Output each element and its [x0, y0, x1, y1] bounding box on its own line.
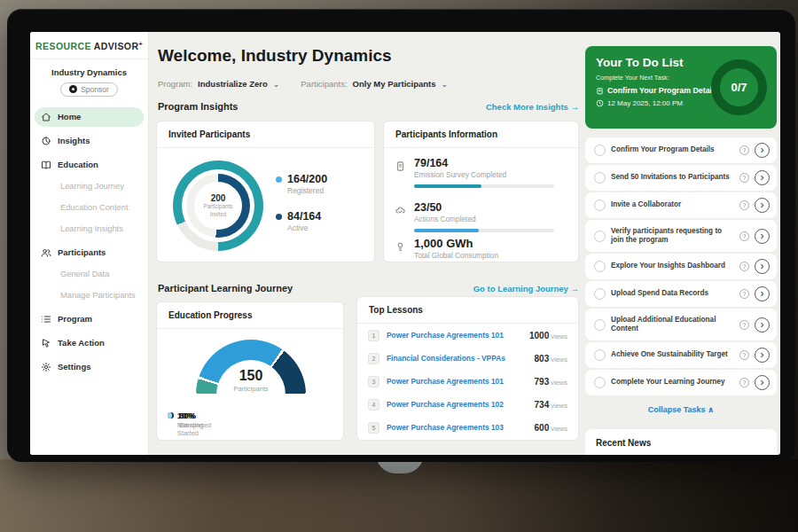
- chevron-right-button[interactable]: ›: [755, 348, 770, 363]
- task-row[interactable]: Invite a Collaborator ? ›: [585, 192, 777, 218]
- sidebar-item-manage-participants[interactable]: Manage Participants: [35, 288, 144, 303]
- task-label: Upload Additional Educational Content: [611, 316, 734, 334]
- program-filter-value[interactable]: Industrialize Zero: [198, 79, 268, 89]
- help-icon[interactable]: ?: [739, 200, 749, 210]
- lesson-link[interactable]: Power Purchase Agreements 103: [387, 423, 528, 432]
- participants-filter-value[interactable]: Only My Participants: [353, 79, 436, 89]
- lesson-row: 4 Power Purchase Agreements 102 734views: [357, 393, 578, 416]
- chevron-right-button[interactable]: ›: [755, 198, 770, 213]
- task-row[interactable]: Verify participants requesting to join t…: [585, 220, 777, 252]
- clock-icon: [596, 99, 604, 107]
- participants-icon: [41, 247, 51, 258]
- views-label: views: [551, 379, 567, 387]
- help-icon[interactable]: ?: [739, 173, 749, 183]
- chevron-right-button[interactable]: ›: [755, 229, 770, 244]
- sponsor-badge: Sponsor: [60, 82, 118, 97]
- filters-row: Program: Industrialize Zero ⌄ Participan…: [158, 79, 464, 89]
- sidebar-item-program[interactable]: Program: [35, 309, 144, 329]
- chevron-right-button[interactable]: ›: [755, 259, 770, 274]
- sidebar-item-label: Program: [58, 314, 92, 324]
- recent-news-title: Recent News: [596, 438, 651, 448]
- task-checkbox[interactable]: [594, 200, 606, 211]
- chevron-right-button[interactable]: ›: [755, 317, 770, 332]
- sidebar-item-take-action[interactable]: Take Action: [35, 333, 144, 353]
- gear-icon: [41, 362, 51, 372]
- chevron-down-icon[interactable]: ⌄: [442, 80, 449, 89]
- go-to-learning-journey-link[interactable]: Go to Learning Journey →: [473, 284, 579, 293]
- task-checkbox[interactable]: [594, 172, 606, 184]
- sidebar-item-general-data[interactable]: General Data: [35, 267, 144, 282]
- task-row[interactable]: Send 50 Invitations to Participants ? ›: [585, 165, 777, 191]
- chevron-down-icon[interactable]: ⌄: [273, 80, 280, 89]
- todo-panel: Your To Do List Complete Your Next Task:…: [585, 46, 777, 129]
- help-icon[interactable]: ?: [739, 231, 749, 241]
- lesson-link[interactable]: Financial Considerations - VPPAs: [387, 354, 528, 363]
- lesson-link[interactable]: Power Purchase Agreements 102: [387, 400, 528, 409]
- logo-text-resource: RESOURCE: [35, 41, 91, 51]
- task-checkbox[interactable]: [594, 261, 606, 272]
- stat-total-consumption: 1,000 GWh Total Global Consumption: [395, 237, 498, 260]
- task-row[interactable]: Complete Your Learning Journey ? ›: [585, 370, 777, 395]
- help-icon[interactable]: ?: [739, 320, 749, 330]
- photo-of-monitor: RESOURCE ADVISOR+ Industry Dynamics Spon…: [0, 0, 798, 532]
- stat-value: 1,000 GWh: [414, 237, 498, 250]
- lesson-row: 3 Power Purchase Agreements 101 793views: [357, 370, 578, 393]
- lesson-row: 1 Power Purchase Agreements 101 1000view…: [357, 324, 578, 347]
- home-icon: [41, 112, 51, 122]
- task-row[interactable]: Upload Additional Educational Content ? …: [585, 309, 777, 340]
- task-checkbox[interactable]: [594, 377, 606, 388]
- arrow-right-icon: →: [571, 284, 580, 293]
- sidebar-item-participants[interactable]: Participants: [35, 243, 144, 262]
- chevron-right-button[interactable]: ›: [755, 143, 770, 158]
- participants-filter-label: Participants:: [301, 79, 347, 89]
- sidebar-item-learning-insights[interactable]: Learning Insights: [35, 222, 144, 237]
- legend-item-registered: 164/200 Registered: [276, 173, 327, 195]
- help-icon[interactable]: ?: [739, 378, 749, 387]
- survey-icon: [395, 160, 406, 172]
- help-icon[interactable]: ?: [739, 350, 749, 360]
- check-more-insights-link[interactable]: Check More Insights →: [486, 102, 579, 112]
- sidebar-item-learning-journey[interactable]: Learning Journey: [35, 179, 144, 194]
- rank-badge: 1: [368, 330, 379, 341]
- organization-name: Industry Dynamics: [30, 67, 148, 77]
- chevron-right-button[interactable]: ›: [755, 375, 770, 390]
- card-title: Education Progress: [157, 302, 343, 329]
- task-label: Verify participants requesting to join t…: [611, 227, 734, 246]
- help-icon[interactable]: ?: [739, 145, 749, 155]
- lesson-link[interactable]: Power Purchase Agreements 101: [387, 331, 522, 340]
- sidebar-item-insights[interactable]: Insights: [35, 131, 144, 151]
- stat-value: 23/50: [414, 201, 554, 214]
- sidebar-item-education[interactable]: Education: [35, 155, 144, 175]
- sidebar-item-settings[interactable]: Settings: [35, 357, 144, 377]
- task-checkbox[interactable]: [594, 349, 606, 361]
- chevron-right-button[interactable]: ›: [755, 170, 770, 185]
- task-row[interactable]: Achieve One Sustainability Target ? ›: [585, 342, 777, 368]
- card-title: Invited Participants: [157, 121, 374, 148]
- sponsor-badge-icon: [69, 85, 77, 93]
- task-row[interactable]: Upload Spend Data Records ? ›: [585, 281, 777, 307]
- help-icon[interactable]: ?: [739, 262, 749, 271]
- task-checkbox[interactable]: [594, 145, 606, 156]
- collapse-tasks-link[interactable]: Collapse Tasks ∧: [585, 405, 777, 414]
- donut-center: 200 Participants Invited: [194, 182, 242, 230]
- gauge-center-value: 150: [157, 368, 345, 384]
- sidebar-item-home[interactable]: Home: [35, 107, 144, 127]
- sidebar-item-label: Home: [58, 112, 81, 121]
- help-icon[interactable]: ?: [739, 289, 749, 299]
- sidebar-item-education-content[interactable]: Education Content: [35, 200, 144, 215]
- lesson-row: 5 Power Purchase Agreements 103 600views: [357, 416, 578, 439]
- task-checkbox[interactable]: [594, 288, 606, 300]
- lesson-link[interactable]: Power Purchase Agreements 101: [387, 377, 528, 386]
- sidebar-item-label: Participants: [58, 247, 106, 257]
- recent-news-card: Recent News: [585, 429, 777, 455]
- task-checkbox[interactable]: [594, 231, 606, 242]
- task-checkbox[interactable]: [594, 319, 606, 331]
- lightbulb-icon: [395, 240, 406, 252]
- views-count: 793: [535, 377, 550, 387]
- sidebar-item-label: Education Content: [60, 203, 129, 212]
- sidebar-nav: Home Insights Education Learning Journey: [30, 107, 148, 377]
- task-row[interactable]: Confirm Your Program Details ? ›: [585, 137, 777, 163]
- task-row[interactable]: Explore Your Insights Dashboard ? ›: [585, 254, 777, 279]
- chevron-right-button[interactable]: ›: [755, 286, 770, 301]
- stat-label: Emission Survey Completed: [414, 170, 554, 179]
